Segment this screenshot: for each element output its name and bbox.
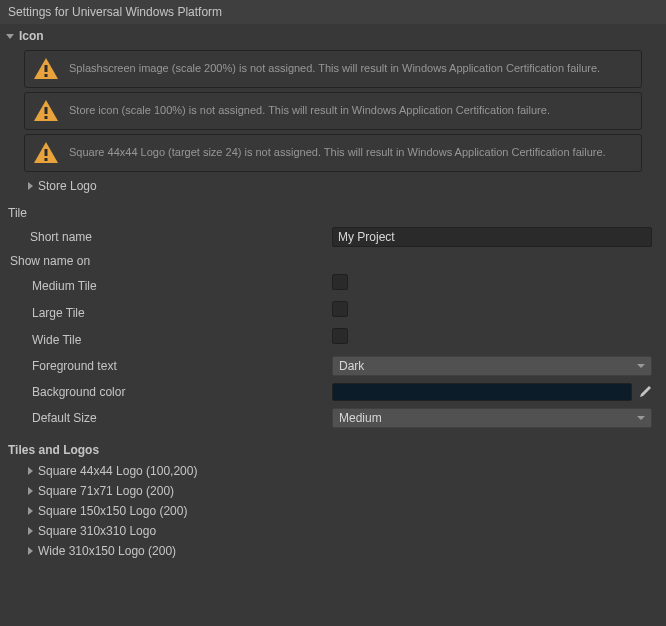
tiles-logos-item-4[interactable]: Wide 310x150 Logo (200) [0,541,666,561]
background-color-swatch[interactable] [332,383,632,401]
short-name-label: Short name [4,226,332,248]
warning-icon [33,141,59,165]
background-color-label: Background color [4,381,332,403]
svg-rect-3 [45,116,48,119]
foreground-text-dropdown[interactable]: Dark [332,356,652,376]
icon-section-label: Icon [19,29,44,43]
show-name-on-label: Show name on [0,250,666,272]
svg-rect-0 [45,65,48,72]
tiles-logos-label: Square 150x150 Logo (200) [38,504,187,518]
eyedropper-icon[interactable] [636,384,652,400]
chevron-right-icon [28,467,33,475]
chevron-right-icon [28,507,33,515]
short-name-input[interactable] [332,227,652,247]
medium-tile-checkbox[interactable] [332,274,348,290]
warning-text: Store icon (scale 100%) is not assigned.… [69,103,550,118]
chevron-right-icon [28,527,33,535]
store-logo-foldout[interactable]: Store Logo [0,176,666,196]
chevron-right-icon [28,182,33,190]
tiles-logos-item-2[interactable]: Square 150x150 Logo (200) [0,501,666,521]
default-size-value: Medium [339,407,382,429]
wide-tile-label: Wide Tile [4,329,332,351]
store-logo-label: Store Logo [38,179,97,193]
warning-square-logo: Square 44x44 Logo (target size 24) is no… [24,134,642,172]
tiles-logos-label: Square 310x310 Logo [38,524,156,538]
tiles-logos-label: Square 71x71 Logo (200) [38,484,174,498]
chevron-right-icon [28,487,33,495]
warning-icon [33,57,59,81]
page-title: Settings for Universal Windows Platform [0,0,666,24]
foreground-text-value: Dark [339,355,364,377]
chevron-down-icon [6,34,14,39]
warning-text: Splashscreen image (scale 200%) is not a… [69,61,600,76]
warning-splashscreen: Splashscreen image (scale 200%) is not a… [24,50,642,88]
default-size-dropdown[interactable]: Medium [332,408,652,428]
warning-text: Square 44x44 Logo (target size 24) is no… [69,145,606,160]
svg-rect-2 [45,107,48,114]
svg-rect-1 [45,74,48,77]
tiles-logos-section: Tiles and Logos [0,439,666,461]
chevron-down-icon [637,416,645,420]
warning-icon [33,99,59,123]
tiles-logos-label: Square 44x44 Logo (100,200) [38,464,197,478]
foreground-text-label: Foreground text [4,355,332,377]
default-size-label: Default Size [4,407,332,429]
tiles-logos-label: Wide 310x150 Logo (200) [38,544,176,558]
icon-section-foldout[interactable]: Icon [0,26,666,46]
medium-tile-label: Medium Tile [4,275,332,297]
svg-rect-4 [45,149,48,156]
tile-section-label: Tile [0,202,666,224]
tiles-logos-item-0[interactable]: Square 44x44 Logo (100,200) [0,461,666,481]
tiles-logos-item-3[interactable]: Square 310x310 Logo [0,521,666,541]
warning-store-icon: Store icon (scale 100%) is not assigned.… [24,92,642,130]
chevron-down-icon [637,364,645,368]
large-tile-checkbox[interactable] [332,301,348,317]
tiles-logos-item-1[interactable]: Square 71x71 Logo (200) [0,481,666,501]
svg-rect-5 [45,158,48,161]
chevron-right-icon [28,547,33,555]
large-tile-label: Large Tile [4,302,332,324]
wide-tile-checkbox[interactable] [332,328,348,344]
